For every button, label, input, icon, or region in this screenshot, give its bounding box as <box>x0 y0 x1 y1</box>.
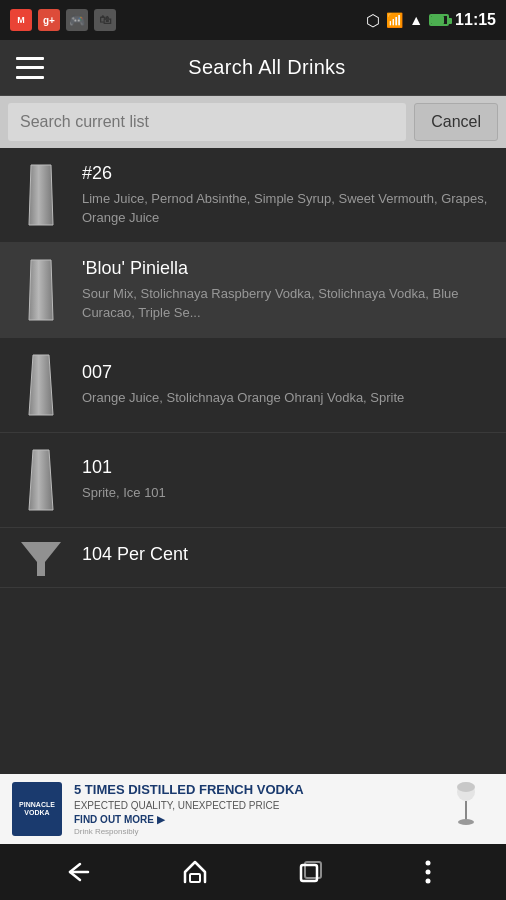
home-button[interactable] <box>170 852 220 892</box>
drink-item-5[interactable]: 104 Per Cent <box>0 528 506 588</box>
drink-name-2: 'Blou' Piniella <box>82 258 490 279</box>
ad-headline: 5 TIMES DISTILLED FRENCH VODKA <box>74 782 437 799</box>
ad-content: 5 TIMES DISTILLED FRENCH VODKA EXPECTED … <box>74 782 437 837</box>
page-title: Search All Drinks <box>44 56 490 79</box>
gmail-icon: M <box>10 9 32 31</box>
top-bar: Search All Drinks <box>0 40 506 96</box>
drink-info-1: #26 Lime Juice, Pernod Absinthe, Simple … <box>82 163 490 226</box>
svg-point-2 <box>457 782 475 792</box>
signal-icon: 📶 <box>386 12 403 28</box>
status-bar: M g+ 🎮 🛍 ⬡ 📶 ▲ 11:15 <box>0 0 506 40</box>
drink-item-3[interactable]: 007 Orange Juice, Stolichnaya Orange Ohr… <box>0 338 506 433</box>
recent-apps-button[interactable] <box>286 852 336 892</box>
status-time: 11:15 <box>455 11 496 29</box>
back-button[interactable] <box>53 852 103 892</box>
drink-info-5: 104 Per Cent <box>82 544 490 571</box>
gplus-icon: g+ <box>38 9 60 31</box>
svg-point-11 <box>425 879 430 884</box>
drink-image-1 <box>16 160 66 230</box>
drink-info-4: 101 Sprite, Ice 101 <box>82 457 490 502</box>
nav-bar <box>0 844 506 900</box>
ad-brand: PINNACLE VODKA <box>16 801 58 818</box>
svg-rect-6 <box>190 874 200 882</box>
game-icon: 🎮 <box>66 9 88 31</box>
ad-disclaimer: Drink Responsibly <box>74 827 437 836</box>
drink-ingredients-3: Orange Juice, Stolichnaya Orange Ohranj … <box>82 389 490 407</box>
search-input[interactable] <box>8 103 406 141</box>
drink-name-4: 101 <box>82 457 490 478</box>
drink-item-4[interactable]: 101 Sprite, Ice 101 <box>0 433 506 528</box>
drink-ingredients-2: Sour Mix, Stolichnaya Raspberry Vodka, S… <box>82 285 490 321</box>
drink-name-5: 104 Per Cent <box>82 544 490 565</box>
cancel-button[interactable]: Cancel <box>414 103 498 141</box>
drink-name-3: 007 <box>82 362 490 383</box>
drink-item-2[interactable]: 'Blou' Piniella Sour Mix, Stolichnaya Ra… <box>0 243 506 338</box>
drink-ingredients-1: Lime Juice, Pernod Absinthe, Simple Syru… <box>82 190 490 226</box>
drink-ingredients-4: Sprite, Ice 101 <box>82 484 490 502</box>
search-bar: Cancel <box>0 96 506 148</box>
drink-info-3: 007 Orange Juice, Stolichnaya Orange Ohr… <box>82 362 490 407</box>
svg-point-4 <box>458 819 474 825</box>
ad-banner[interactable]: PINNACLE VODKA 5 TIMES DISTILLED FRENCH … <box>0 774 506 844</box>
ad-drink-image <box>449 782 494 836</box>
drink-image-4 <box>16 445 66 515</box>
ad-logo: PINNACLE VODKA <box>12 782 62 836</box>
battery-icon <box>429 14 449 26</box>
drink-item-1[interactable]: #26 Lime Juice, Pernod Absinthe, Simple … <box>0 148 506 243</box>
drink-image-3 <box>16 350 66 420</box>
wifi-icon: ▲ <box>409 12 423 28</box>
ad-cta[interactable]: FIND OUT MORE ▶ <box>74 814 437 825</box>
svg-point-10 <box>425 870 430 875</box>
drink-name-1: #26 <box>82 163 490 184</box>
drink-image-5 <box>16 528 66 588</box>
bluetooth-icon: ⬡ <box>366 11 380 30</box>
drink-info-2: 'Blou' Piniella Sour Mix, Stolichnaya Ra… <box>82 258 490 321</box>
drink-image-2 <box>16 255 66 325</box>
status-right-icons: ⬡ 📶 ▲ 11:15 <box>366 11 496 30</box>
hamburger-menu-button[interactable] <box>16 57 44 79</box>
svg-marker-0 <box>21 542 61 576</box>
more-options-button[interactable] <box>403 852 453 892</box>
ad-subtext: EXPECTED QUALITY, UNEXPECTED PRICE <box>74 800 437 811</box>
bag-icon: 🛍 <box>94 9 116 31</box>
status-left-icons: M g+ 🎮 🛍 <box>10 9 116 31</box>
svg-point-9 <box>425 861 430 866</box>
drink-list: #26 Lime Juice, Pernod Absinthe, Simple … <box>0 148 506 774</box>
